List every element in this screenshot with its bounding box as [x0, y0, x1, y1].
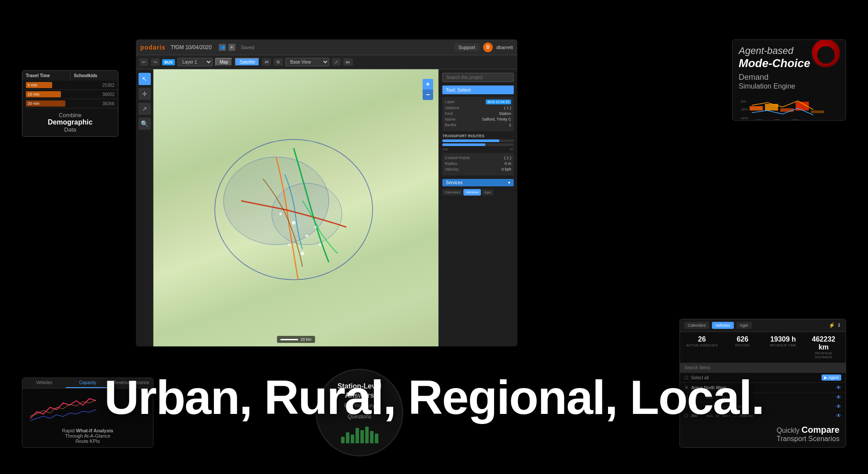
demo-row-3: 20 min 38266: [22, 99, 118, 108]
agent-prefix: Agent-based: [739, 45, 793, 56]
agent-inner-circle: [817, 46, 835, 64]
support-button[interactable]: Support: [454, 43, 480, 51]
bar-6: [365, 427, 369, 443]
velocity-row: Velocity 0 kph: [445, 167, 511, 171]
name-key: Name: [445, 117, 455, 121]
base-view-select[interactable]: Base View: [285, 58, 329, 66]
bar-7: [370, 431, 374, 443]
demo-caption-bold: Demographic: [28, 118, 113, 126]
titlebar: podaris TfGM 10/04/2020 👥 ★ Saved Suppor…: [136, 39, 517, 55]
scenarios-tabs: Calendars Vehicles Ager: [684, 322, 752, 329]
search-input[interactable]: [442, 73, 514, 82]
undo-button[interactable]: ↩: [139, 58, 148, 66]
satellite-button[interactable]: Satellite: [235, 58, 260, 66]
stat-time: 19309 h REVENUE TIME: [765, 335, 801, 359]
zoom-out-button[interactable]: −: [423, 89, 433, 100]
star-icon[interactable]: ★: [228, 44, 235, 51]
stations-row: Stations ( 1 ): [445, 106, 511, 110]
bar-4: [356, 428, 359, 443]
select-tool[interactable]: ↖: [139, 73, 151, 85]
demo-num-3: 38266: [102, 101, 114, 106]
filter-icon[interactable]: ⚡: [829, 322, 835, 328]
cp-row: Control Points ( 1 ): [445, 156, 511, 160]
berths-key: Berths: [445, 123, 456, 127]
stat-label-agencies: ACTIVE AGENCIES: [684, 343, 720, 347]
services-section: Services ▾: [442, 179, 514, 186]
headline: Urban, Rural, Regional, Local.: [0, 373, 868, 421]
stat-label-distance: REVENUE DISTANCE: [806, 351, 842, 359]
zoom-in-button[interactable]: +: [423, 79, 433, 89]
stat-routes: 626 ROUTES: [725, 335, 761, 359]
vehicles-tab[interactable]: Vehicles: [463, 189, 481, 196]
kind-val: Station: [499, 111, 511, 116]
svg-text:60%: 60%: [756, 119, 762, 121]
tool-label: Tool: Select: [446, 87, 471, 93]
expand-btn[interactable]: ⤢: [332, 58, 341, 66]
demo-caption-line1: Combine: [59, 112, 82, 118]
pan-tool[interactable]: ✛: [139, 88, 151, 100]
radius-key: Radius: [445, 161, 457, 166]
bar-8: [375, 434, 378, 443]
toggle-btn[interactable]: ⇄: [262, 58, 271, 66]
svg-point-2: [272, 183, 342, 245]
bar-1: [341, 437, 345, 443]
transport-scenarios-label: Transport Scenarios: [777, 435, 840, 442]
bus-tag: BUS: [162, 59, 175, 65]
calendars-tab[interactable]: Calendars: [442, 189, 462, 196]
demo-num-1: 25382: [102, 83, 114, 88]
demo-num-2: 36002: [102, 92, 114, 97]
svg-point-6: [314, 226, 317, 228]
route-tool[interactable]: ↗: [139, 103, 151, 115]
schoolkids-col: Schoolkids: [71, 71, 118, 81]
svg-text:40%: 40%: [741, 116, 748, 120]
svg-text:80%: 80%: [774, 119, 780, 121]
bus-tag-sm: BUS 10 04 20: [486, 100, 511, 104]
agents-tab[interactable]: Ager: [482, 189, 494, 196]
svg-rect-16: [750, 106, 763, 110]
svg-point-1: [224, 157, 329, 245]
name-row: Name Salford, Trinity C: [445, 117, 511, 121]
map-button[interactable]: Map: [215, 58, 232, 66]
zoom-tool[interactable]: 🔍: [139, 118, 151, 130]
svg-point-8: [301, 252, 304, 255]
kpi-rapid: Rapid: [62, 428, 75, 433]
svg-text:0%: 0%: [741, 100, 746, 103]
velocity-val: 0 kph: [502, 167, 511, 171]
transport-routes-title: TRANSPORT ROUTES: [442, 134, 514, 138]
agents-tab[interactable]: Ager: [736, 322, 752, 329]
kind-key: Kind: [445, 111, 453, 116]
services-chevron: ▾: [508, 180, 510, 185]
redo-button[interactable]: ↪: [151, 58, 160, 66]
kpi-what-if: What-If Analysis: [76, 428, 113, 433]
svg-rect-18: [780, 108, 793, 112]
stat-num-agencies: 26: [684, 335, 720, 343]
vehicles-tab[interactable]: Vehicles: [712, 322, 734, 329]
cp-count: ( 1 ): [504, 156, 511, 160]
settings-btn[interactable]: ⚙: [274, 58, 283, 66]
toolbar: ↩ ↪ BUS Layer 1 Map Satellite ⇄ ⚙ Base V…: [136, 55, 517, 69]
berths-row: Berths 1: [445, 123, 511, 127]
titlebar-icons: 👥 ★: [219, 44, 235, 51]
services-label: Services: [446, 180, 462, 185]
demo-row-2: 15 min 36002: [22, 90, 118, 99]
calendars-tab[interactable]: Calendars: [684, 322, 709, 329]
routes-nums: 10067: [442, 147, 514, 151]
routes-bar-1: [442, 139, 514, 142]
skip-btn[interactable]: ⏭: [343, 58, 353, 66]
svg-point-0: [215, 139, 373, 280]
map-area[interactable]: 20 km: [153, 69, 438, 346]
users-icon[interactable]: 👥: [219, 44, 226, 51]
svg-point-3: [292, 221, 295, 225]
svg-point-9: [319, 243, 321, 246]
layer-row: Layer BUS 10 04 20: [445, 100, 511, 104]
bar-2: [346, 432, 349, 443]
layer-select[interactable]: Layer 1: [178, 58, 213, 66]
radius-row: Radius 0 m: [445, 161, 511, 166]
download-icon[interactable]: ⬇: [837, 322, 841, 328]
app-window: podaris TfGM 10/04/2020 👥 ★ Saved Suppor…: [136, 39, 517, 346]
stat-num-routes: 626: [725, 335, 761, 343]
scale-bar-line: [281, 339, 298, 340]
demo-caption: Combine Demographic Data: [22, 108, 118, 136]
name-val: Salford, Trinity C: [482, 117, 511, 121]
map-overlay: [153, 69, 438, 346]
